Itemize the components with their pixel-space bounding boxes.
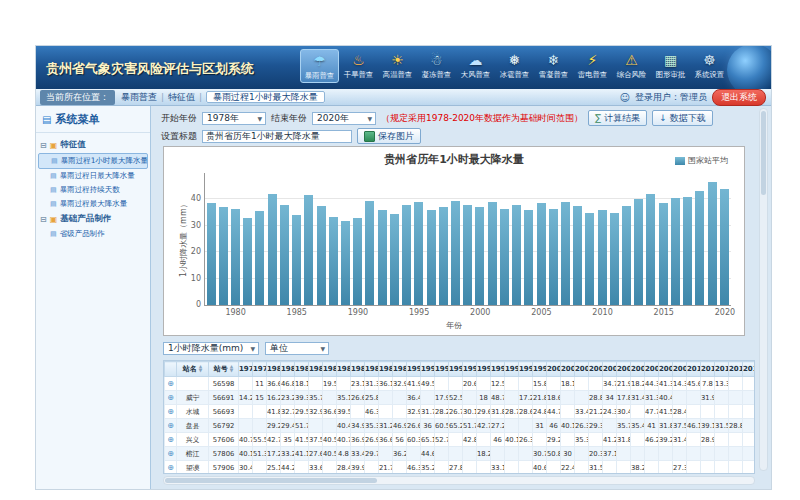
column-header-year[interactable]: 2006 — [631, 362, 645, 377]
column-header-year[interactable]: 1982 — [295, 362, 309, 377]
sidebar-group-基础产品制作[interactable]: ⊟▣基础产品制作 — [38, 211, 148, 227]
column-header-year[interactable]: 2008 — [659, 362, 673, 377]
horizontal-scrollbar-thumb[interactable] — [165, 478, 377, 483]
sidebar-item[interactable]: ▤省级产品制作 — [38, 227, 148, 241]
column-header-year[interactable]: 2007 — [645, 362, 659, 377]
bar-1991 — [365, 201, 374, 305]
expand-icon[interactable]: ⊕ — [167, 463, 174, 472]
column-header-station-id[interactable]: 站号▲▼ — [209, 362, 239, 377]
nav-item-settings[interactable]: ☸系统设置 — [690, 49, 729, 83]
horizontal-scrollbar[interactable] — [163, 476, 755, 485]
column-header-year[interactable]: 1994 — [463, 362, 477, 377]
column-header-year[interactable]: 1983 — [309, 362, 323, 377]
column-header-year[interactable]: 2002 — [575, 362, 589, 377]
nav-item-composite-risk[interactable]: ⚠综合风险 — [612, 49, 651, 83]
column-header-year[interactable]: 1991 — [421, 362, 435, 377]
breadcrumb-item[interactable]: 暴雨普查 — [121, 92, 157, 102]
value-cell: 46.2 — [645, 433, 659, 447]
sidebar-item[interactable]: ▤暴雨过程1小时最大降水量 — [38, 153, 148, 169]
column-header-year[interactable]: 2014 — [743, 362, 756, 377]
save-image-button[interactable]: 保存图片 — [357, 128, 421, 144]
column-header-year[interactable]: 2009 — [673, 362, 687, 377]
tree-expander-icon[interactable]: ⊟ — [40, 141, 47, 150]
column-header-year[interactable]: 1997 — [505, 362, 519, 377]
column-header-year[interactable]: 2010 — [687, 362, 701, 377]
column-header-year[interactable]: 1987 — [365, 362, 379, 377]
column-header-year[interactable]: 2012 — [715, 362, 729, 377]
row-expander-cell[interactable]: ⊕ — [165, 405, 177, 419]
calculate-button[interactable]: ∑ 计算结果 — [588, 110, 647, 126]
row-expander-cell[interactable]: ⊕ — [165, 433, 177, 447]
row-expander-cell[interactable]: ⊕ — [165, 419, 177, 433]
nav-item-drought[interactable]: ♨干旱普查 — [339, 49, 378, 83]
tree-expander-icon[interactable]: ⊟ — [40, 215, 47, 224]
column-header-year[interactable]: 1980 — [267, 362, 281, 377]
column-header-year[interactable]: 1989 — [393, 362, 407, 377]
expand-icon[interactable]: ⊕ — [167, 421, 174, 430]
chart-title-input[interactable] — [202, 130, 352, 143]
logout-button[interactable]: 退出系统 — [712, 89, 766, 106]
breadcrumb-item[interactable]: 特征值 — [168, 92, 195, 102]
vertical-scrollbar[interactable] — [759, 108, 768, 471]
column-header-year[interactable]: 1990 — [407, 362, 421, 377]
download-button[interactable]: ↓ 数据下载 — [652, 110, 713, 126]
column-header-year[interactable]: 1992 — [435, 362, 449, 377]
column-header-year[interactable]: 1993 — [449, 362, 463, 377]
expand-icon[interactable]: ⊕ — [167, 379, 174, 388]
breadcrumb-item[interactable]: 暴雨过程1小时最大降水量 — [206, 91, 325, 103]
x-tick-label: 1990 — [348, 308, 368, 317]
row-expander-cell[interactable]: ⊕ — [165, 377, 177, 391]
end-year-select[interactable]: 2020年 ▼ — [312, 112, 376, 125]
nav-item-hail[interactable]: ❅冰雹普查 — [495, 49, 534, 83]
column-header-year[interactable]: 1995 — [477, 362, 491, 377]
value-cell: 27.3 — [673, 461, 687, 475]
nav-item-freeze[interactable]: ☃凝冻普查 — [417, 49, 456, 83]
column-header-year[interactable]: 2003 — [589, 362, 603, 377]
expand-icon[interactable]: ⊕ — [167, 393, 174, 402]
breadcrumb-location-label: 当前所在位置： — [40, 90, 115, 105]
expand-icon[interactable]: ⊕ — [167, 435, 174, 444]
column-header-year[interactable]: 2001 — [561, 362, 575, 377]
column-header-year[interactable]: 1984 — [323, 362, 337, 377]
nav-item-high-temp[interactable]: ☀高温普查 — [378, 49, 417, 83]
row-expander-cell[interactable]: ⊕ — [165, 447, 177, 461]
column-header-station-name[interactable]: 站名▲▼ — [177, 362, 209, 377]
column-header-year[interactable]: 2004 — [603, 362, 617, 377]
column-header-year[interactable]: 2000 — [547, 362, 561, 377]
sidebar-item[interactable]: ▤暴雨过程日最大降水量 — [38, 169, 148, 183]
column-header-year[interactable]: 1986 — [351, 362, 365, 377]
drought-icon: ♨ — [339, 51, 378, 69]
expand-icon[interactable]: ⊕ — [167, 407, 174, 416]
column-header-year[interactable]: 1996 — [491, 362, 505, 377]
column-header-year[interactable]: 2013 — [729, 362, 743, 377]
nav-item-map-approval[interactable]: ▦图形审批 — [651, 49, 690, 83]
sidebar-item[interactable]: ▤暴雨过程持续天数 — [38, 183, 148, 197]
row-expander-cell[interactable]: ⊕ — [165, 461, 177, 475]
column-header-year[interactable]: 1981 — [281, 362, 295, 377]
value-cell: 50.8 — [547, 447, 561, 461]
vertical-scrollbar-thumb[interactable] — [761, 111, 766, 195]
element-select[interactable]: 1小时降水量(mm) ▼ — [163, 342, 259, 355]
column-header-year[interactable]: 2005 — [617, 362, 631, 377]
nav-item-snow[interactable]: ❄雪凝普查 — [534, 49, 573, 83]
nav-item-label: 图形审批 — [653, 69, 689, 79]
sort-icon[interactable]: ▲▼ — [199, 365, 202, 373]
column-header-year[interactable]: 1988 — [379, 362, 393, 377]
expand-icon[interactable]: ⊕ — [167, 449, 174, 458]
column-header-year[interactable]: 1999 — [533, 362, 547, 377]
column-header-year[interactable]: 1998 — [519, 362, 533, 377]
sort-icon[interactable]: ▲▼ — [230, 365, 233, 373]
nav-item-lightning[interactable]: ⚡雷电普查 — [573, 49, 612, 83]
nav-item-wind[interactable]: ☁大风普查 — [456, 49, 495, 83]
unit-select[interactable]: 单位 ▼ — [265, 342, 329, 355]
column-header-year[interactable]: 2011 — [701, 362, 715, 377]
nav-item-rainstorm[interactable]: ☂暴雨普查 — [300, 49, 339, 83]
row-expander-cell[interactable]: ⊕ — [165, 391, 177, 405]
sidebar-item[interactable]: ▤暴雨过程最大降水量 — [38, 197, 148, 211]
column-header-year[interactable]: 1979 — [253, 362, 267, 377]
sidebar-group-特征值[interactable]: ⊟▣特征值 — [38, 137, 148, 153]
start-year-select[interactable]: 1978年 ▼ — [202, 112, 266, 125]
nav-item-label: 冰雹普查 — [497, 69, 533, 79]
column-header-year[interactable]: 1978 — [239, 362, 253, 377]
column-header-year[interactable]: 1985 — [337, 362, 351, 377]
